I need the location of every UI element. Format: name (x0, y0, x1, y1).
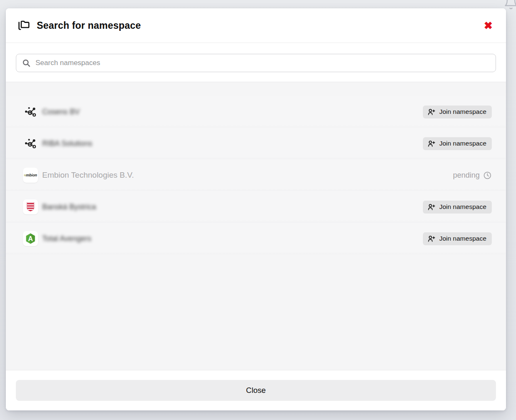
namespace-row: ≡mbion Embion Technologies B.V. pending (6, 159, 506, 191)
join-namespace-button[interactable]: Join namespace (423, 106, 492, 118)
search-input[interactable] (16, 54, 496, 72)
user-plus-icon (427, 203, 435, 211)
close-icon[interactable]: ✖ (481, 19, 495, 33)
close-button[interactable]: Close (16, 380, 496, 401)
search-namespace-modal: Search for namespace ✖ (6, 8, 506, 410)
namespace-name: Total Avengers (42, 234, 91, 243)
search-section (6, 43, 506, 82)
hexagon-letter: A (28, 235, 33, 242)
namespace-row: A Total Avengers Join namespace (6, 223, 506, 254)
namespace-row: Cosens BV Join namespace (6, 96, 506, 128)
join-namespace-label: Join namespace (439, 108, 486, 116)
namespace-row: Banská Bystrica Join namespace (6, 191, 506, 223)
green-hexagon-a-logo: A (23, 231, 38, 246)
join-namespace-button[interactable]: Join namespace (423, 232, 492, 245)
namespace-name: Cosens BV (42, 108, 80, 116)
network-graph-icon (23, 136, 38, 151)
namespace-row: RIBA Solutions Join namespace (6, 128, 506, 159)
notification-bell-icon (503, 0, 516, 11)
striped-shield-logo (23, 199, 38, 214)
modal-title: Search for namespace (37, 20, 141, 31)
pending-status: pending (453, 171, 492, 180)
user-plus-icon (427, 235, 435, 243)
user-plus-icon (427, 140, 435, 148)
join-namespace-button[interactable]: Join namespace (423, 137, 492, 150)
clock-icon (483, 171, 492, 180)
join-namespace-label: Join namespace (439, 140, 486, 147)
user-plus-icon (427, 108, 435, 116)
join-namespace-label: Join namespace (439, 235, 486, 242)
namespace-list: Cosens BV Join namespace (6, 82, 506, 370)
embion-logo: ≡mbion (23, 168, 38, 183)
namespace-name: RIBA Solutions (42, 139, 92, 148)
namespace-name: Embion Technologies B.V. (42, 171, 134, 180)
join-namespace-label: Join namespace (439, 203, 486, 211)
pending-label: pending (453, 171, 480, 180)
modal-header: Search for namespace ✖ (6, 8, 506, 43)
namespace-name: Banská Bystrica (42, 203, 96, 211)
folders-icon (17, 18, 31, 33)
join-namespace-button[interactable]: Join namespace (423, 201, 492, 214)
modal-footer: Close (6, 370, 506, 410)
network-graph-icon (23, 104, 38, 119)
